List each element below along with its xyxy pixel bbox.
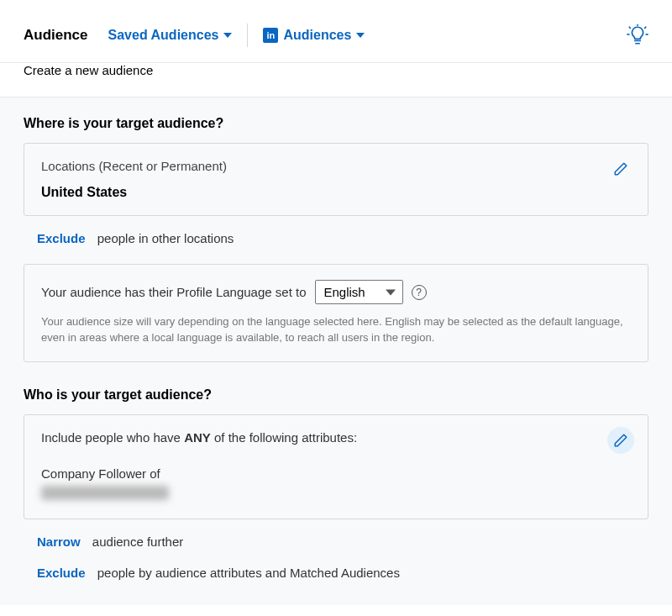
language-prefix-text: Your audience has their Profile Language… — [41, 285, 307, 299]
linkedin-icon: in — [263, 28, 278, 43]
pencil-icon — [613, 433, 628, 448]
edit-attributes-button[interactable] — [607, 427, 634, 454]
location-section-heading: Where is your target audience? — [24, 116, 648, 131]
lightbulb-icon — [627, 24, 648, 46]
include-text: Include people who have ANY of the follo… — [41, 430, 631, 445]
locations-value: United States — [41, 185, 631, 200]
chevron-down-icon — [386, 289, 396, 295]
header-divider — [247, 24, 248, 47]
exclude-attributes-link[interactable]: Exclude — [37, 566, 86, 580]
attributes-panel: Include people who have ANY of the follo… — [24, 414, 648, 519]
language-panel: Your audience has their Profile Language… — [24, 264, 648, 362]
locations-label: Locations (Recent or Permanent) — [41, 159, 631, 173]
audiences-dropdown[interactable]: in Audiences — [263, 28, 365, 43]
help-icon[interactable]: ? — [412, 285, 427, 300]
page-subtitle: Create a new audience — [0, 63, 672, 96]
svg-line-2 — [645, 27, 646, 28]
audiences-label: Audiences — [283, 28, 351, 43]
exclude-locations-text: people in other locations — [97, 231, 234, 245]
attribute-label: Company Follower of — [41, 466, 631, 481]
exclude-attributes-row: Exclude people by audience attributes an… — [37, 566, 648, 580]
saved-audiences-label: Saved Audiences — [108, 28, 219, 43]
narrow-link[interactable]: Narrow — [37, 534, 81, 549]
attribute-value-redacted — [41, 486, 169, 500]
exclude-locations-row: Exclude people in other locations — [37, 231, 648, 245]
location-panel: Locations (Recent or Permanent) United S… — [24, 143, 648, 216]
chevron-down-icon — [223, 33, 232, 38]
language-note: Your audience size will vary depending o… — [41, 314, 631, 346]
tips-button[interactable] — [627, 24, 648, 46]
who-section-heading: Who is your target audience? — [24, 387, 648, 403]
narrow-text: audience further — [92, 534, 183, 549]
include-prefix: Include people who have — [41, 430, 184, 445]
language-select[interactable]: English — [315, 280, 403, 304]
saved-audiences-dropdown[interactable]: Saved Audiences — [108, 28, 233, 43]
edit-location-button[interactable] — [607, 155, 634, 182]
language-select-value: English — [324, 285, 365, 299]
chevron-down-icon — [356, 33, 365, 38]
audience-title: Audience — [24, 27, 88, 44]
pencil-icon — [613, 161, 628, 176]
exclude-attributes-text: people by audience attributes and Matche… — [97, 566, 400, 580]
include-any: ANY — [184, 430, 211, 445]
exclude-locations-link[interactable]: Exclude — [37, 231, 86, 245]
narrow-row: Narrow audience further — [37, 534, 648, 549]
include-suffix: of the following attributes: — [211, 430, 357, 445]
svg-line-1 — [629, 27, 630, 28]
